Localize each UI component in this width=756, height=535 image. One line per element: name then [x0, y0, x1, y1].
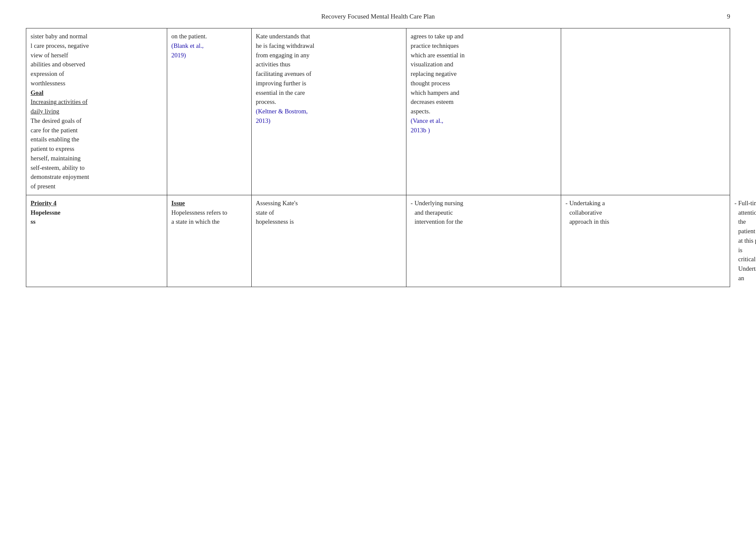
attention-text: Full-time attention to the	[738, 199, 756, 227]
assessing-cell: Assessing Kate'sstate ofhopelessness is	[251, 195, 406, 287]
list-dash: -	[734, 199, 737, 283]
assessing-text: Assessing Kate's	[256, 199, 402, 208]
goal-label: Goal	[31, 88, 162, 98]
cell-text: entails enabling the	[31, 135, 162, 144]
page-title: Recovery Focused Mental Health Care Plan	[39, 13, 717, 20]
attention-text: patient state at this point is	[738, 227, 756, 255]
goal-label: daily living	[31, 107, 162, 116]
priority-cell: Priority 4Hopelessness	[26, 195, 167, 287]
cell-text: patient to express	[31, 144, 162, 154]
table-cell	[561, 28, 730, 195]
cell-text: expression of	[31, 69, 162, 79]
page-number: 9	[717, 13, 730, 20]
nursing-cell: -Underlying nursingand therapeuticinterv…	[406, 195, 561, 287]
cell-text: which are essential in	[411, 51, 556, 60]
citation-text: 2019)	[172, 51, 247, 60]
cell-text: process.	[256, 97, 402, 107]
cell-text: abilities and observed	[31, 60, 162, 69]
cell-text: herself, maintaining	[31, 154, 162, 163]
citation-text: 2013)	[256, 116, 402, 126]
citation-text: 2013b )	[411, 126, 556, 135]
issue-text: a state in which the	[172, 217, 247, 227]
issue-label: Issue	[172, 199, 247, 208]
priority-sublabel: Hopelessne	[31, 209, 60, 216]
cell-text: he is facing withdrawal	[256, 41, 402, 51]
cell-text: which hampers and	[411, 88, 556, 98]
cell-text: practice techniques	[411, 41, 556, 51]
citation-text: (Blank et al.,	[172, 41, 247, 51]
list-dash: -	[411, 199, 413, 227]
cell-text: worthlessness	[31, 79, 162, 88]
issue-text: Hopelessness refers to	[172, 208, 247, 218]
cell-text: self-esteem, ability to	[31, 163, 162, 173]
cell-text: decreases esteem	[411, 97, 556, 107]
priority-sublabel2: ss	[31, 218, 35, 225]
cell-text: visualization and	[411, 60, 556, 69]
table-cell: agrees to take up andpractice techniques…	[406, 28, 561, 195]
cell-text: of present	[31, 182, 162, 191]
issue-cell: IssueHopelessness refers toa state in wh…	[167, 195, 251, 287]
cell-text: from engaging in any	[256, 51, 402, 60]
table-cell: sister baby and normall care process, ne…	[26, 28, 167, 195]
cell-text: demonstrate enjoyment	[31, 172, 162, 182]
cell-text: l care process, negative	[31, 41, 162, 51]
cell-text: sister baby and normal	[31, 32, 162, 41]
nursing-text: intervention for the	[415, 217, 463, 227]
list-dash: -	[565, 199, 568, 227]
cell-text: The desired goals of	[31, 116, 162, 126]
cell-text: aspects.	[411, 107, 556, 116]
undertaking-text: Undertaking a	[569, 199, 609, 208]
cell-text: care for the patient	[31, 126, 162, 135]
assessing-text: hopelessness is	[256, 217, 402, 227]
table-cell: on the patient.(Blank et al.,2019)	[167, 28, 251, 195]
table-row: sister baby and normall care process, ne…	[26, 28, 730, 195]
undertaking-cell: -Undertaking acollaborativeapproach in t…	[561, 195, 730, 287]
cell-text: facilitating avenues of	[256, 69, 402, 79]
cell-text: essential in the care	[256, 88, 402, 98]
undertaking-text: collaborative	[569, 208, 609, 218]
cell-text: Kate understands that	[256, 32, 402, 41]
cell-text: view of herself	[31, 51, 162, 60]
nursing-text: and therapeutic	[415, 208, 463, 218]
undertaking-text: approach in this	[569, 217, 609, 227]
cell-text: thought process	[411, 79, 556, 88]
nursing-text: Underlying nursing	[415, 199, 463, 208]
assessing-text: state of	[256, 208, 402, 218]
cell-text: replacing negative	[411, 69, 556, 79]
main-table: sister baby and normall care process, ne…	[26, 28, 730, 287]
page-header: Recovery Focused Mental Health Care Plan…	[26, 13, 730, 20]
cell-text: activities thus	[256, 60, 402, 69]
citation-text: (Keltner & Bostrom,	[256, 107, 402, 116]
table-cell: Kate understands thathe is facing withdr…	[251, 28, 406, 195]
attention-text: critical. Undertaking an	[738, 255, 756, 283]
cell-text: agrees to take up and	[411, 32, 556, 41]
goal-label: Increasing activities of	[31, 97, 162, 107]
citation-text: (Vance et al.,	[411, 116, 556, 126]
priority-label: Priority 4	[31, 200, 56, 206]
cell-text: on the patient.	[172, 32, 247, 41]
table-row: Priority 4HopelessnessIssueHopelessness …	[26, 195, 730, 287]
cell-text: improving further is	[256, 79, 402, 88]
